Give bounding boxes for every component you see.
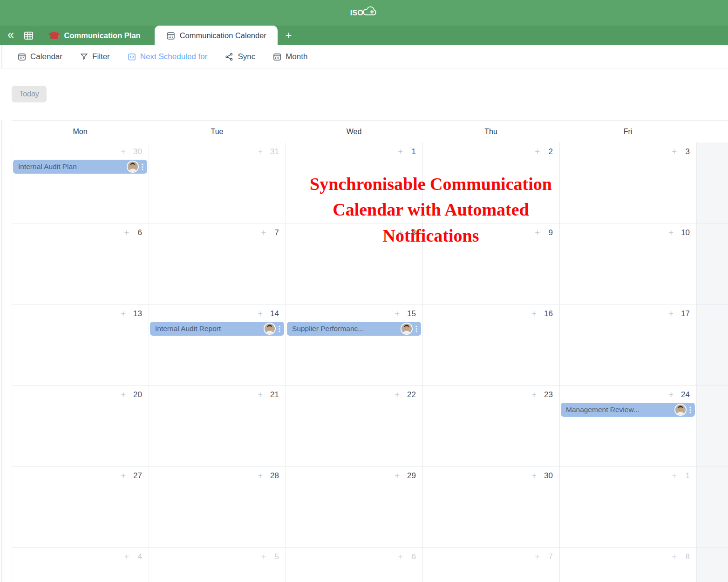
add-event-icon[interactable]: +	[124, 229, 129, 237]
event-chip[interactable]: Internal Audit Plan	[13, 160, 147, 174]
week-row: +27+28+29+30+1	[12, 467, 728, 548]
day-cell[interactable]: +31	[149, 142, 286, 223]
add-event-icon[interactable]: +	[532, 310, 537, 318]
day-cell[interactable]: +5	[149, 548, 286, 582]
toolbar-next-scheduled-button[interactable]: Next Scheduled for	[127, 52, 208, 61]
add-event-icon[interactable]: +	[121, 391, 126, 399]
toolbar-filter-button[interactable]: Filter	[80, 52, 110, 61]
share-icon	[225, 52, 234, 61]
add-event-icon[interactable]: +	[532, 472, 537, 480]
toolbar-calendar-view-button[interactable]: Calendar	[17, 52, 62, 61]
add-event-icon[interactable]: +	[261, 553, 266, 561]
weekday-label: Wed	[286, 128, 422, 136]
weekend-filler-column	[697, 305, 728, 386]
add-event-icon[interactable]: +	[669, 310, 674, 318]
add-tab-button[interactable]: +	[278, 26, 299, 45]
weekend-filler-column	[697, 467, 728, 548]
tab-communication-calendar[interactable]: Communication Calender	[155, 26, 278, 45]
day-cell[interactable]: +7	[149, 223, 286, 305]
day-cell-header: +5	[149, 551, 286, 562]
day-cell[interactable]: +14Internal Audit Report	[149, 305, 286, 386]
add-event-icon[interactable]: +	[121, 148, 126, 156]
add-event-icon[interactable]: +	[669, 391, 674, 399]
add-event-icon[interactable]: +	[258, 472, 263, 480]
day-cell[interactable]: +1	[560, 467, 697, 548]
add-event-icon[interactable]: +	[535, 553, 540, 561]
day-cell[interactable]: +28	[149, 467, 286, 548]
event-chip[interactable]: Internal Audit Report	[150, 322, 284, 336]
table-grid-icon[interactable]	[23, 30, 34, 41]
add-event-icon[interactable]: +	[398, 148, 403, 156]
weekend-filler-column	[697, 386, 728, 467]
day-cell-header: +30	[423, 470, 559, 480]
tab-label: Communication Plan	[64, 31, 141, 40]
day-cell[interactable]: +13	[12, 305, 149, 386]
toolbar-label: Next Scheduled for	[140, 52, 208, 61]
toolbar-sync-button[interactable]: Sync	[225, 52, 255, 61]
day-cell[interactable]: +8	[286, 223, 423, 305]
day-cell[interactable]: +16	[423, 305, 560, 386]
today-button[interactable]: Today	[12, 86, 47, 102]
day-cell[interactable]: +9	[423, 223, 560, 305]
day-cell[interactable]: +27	[12, 467, 149, 548]
day-cell-header: +10	[560, 227, 696, 237]
add-event-icon[interactable]: +	[395, 472, 400, 480]
day-cell[interactable]: +15Supplier Performanc...	[286, 305, 423, 386]
add-event-icon[interactable]: +	[535, 148, 540, 156]
day-cell[interactable]: +23	[423, 386, 560, 467]
weekday-label: Thu	[422, 128, 559, 136]
day-cell[interactable]: +2	[423, 142, 560, 223]
collapse-sidebar-icon[interactable]: «	[7, 29, 14, 41]
toolbar-month-button[interactable]: Month	[272, 52, 307, 61]
add-event-icon[interactable]: +	[258, 148, 263, 156]
day-cell[interactable]: +8	[560, 548, 697, 582]
add-event-icon[interactable]: +	[532, 391, 537, 399]
day-number: 23	[544, 390, 553, 399]
day-cell[interactable]: +20	[12, 386, 149, 467]
add-event-icon[interactable]: +	[395, 310, 400, 318]
day-cell-header: +22	[286, 389, 422, 399]
add-event-icon[interactable]: +	[124, 553, 129, 561]
day-cell[interactable]: +1	[286, 142, 423, 223]
day-cell[interactable]: +10	[560, 223, 697, 305]
day-cell[interactable]: +30Internal Audit Plan	[12, 142, 149, 223]
add-event-icon[interactable]: +	[395, 391, 400, 399]
day-cell[interactable]: +4	[12, 548, 149, 582]
add-event-icon[interactable]: +	[121, 472, 126, 480]
tab-communication-plan[interactable]: ☎ Communication Plan	[42, 26, 147, 45]
window-edge	[1, 45, 2, 582]
day-cell[interactable]: +3	[560, 142, 697, 223]
add-event-icon[interactable]: +	[261, 229, 266, 237]
event-menu-button[interactable]	[413, 325, 421, 332]
day-cell[interactable]: +21	[149, 386, 286, 467]
day-cell[interactable]: +29	[286, 467, 423, 548]
add-event-icon[interactable]: +	[121, 310, 126, 318]
add-event-icon[interactable]: +	[672, 553, 677, 561]
day-cell[interactable]: +6	[286, 548, 423, 582]
add-event-icon[interactable]: +	[258, 310, 263, 318]
assignee-avatar-image	[128, 162, 138, 172]
cloud-plus-icon	[362, 5, 378, 17]
add-event-icon[interactable]: +	[258, 391, 263, 399]
day-number: 6	[136, 228, 142, 237]
add-event-icon[interactable]: +	[398, 553, 403, 561]
add-event-icon[interactable]: +	[535, 229, 540, 237]
add-event-icon[interactable]: +	[672, 148, 677, 156]
day-cell-header: +20	[12, 389, 149, 399]
event-chip[interactable]: Management Review...	[561, 403, 695, 417]
event-chip[interactable]: Supplier Performanc...	[287, 322, 421, 336]
day-cell[interactable]: +7	[423, 548, 560, 582]
day-cell-header: +8	[286, 227, 422, 237]
event-menu-button[interactable]	[139, 163, 147, 170]
add-event-icon[interactable]: +	[398, 229, 403, 237]
day-cell[interactable]: +17	[560, 305, 697, 386]
day-cell-header: +17	[560, 308, 696, 318]
event-menu-button[interactable]	[276, 325, 284, 332]
day-cell[interactable]: +6	[12, 223, 149, 305]
day-cell[interactable]: +30	[423, 467, 560, 548]
day-cell[interactable]: +22	[286, 386, 423, 467]
event-menu-button[interactable]	[687, 406, 695, 413]
add-event-icon[interactable]: +	[672, 472, 677, 480]
add-event-icon[interactable]: +	[669, 229, 674, 237]
day-cell[interactable]: +24Management Review...	[560, 386, 697, 467]
